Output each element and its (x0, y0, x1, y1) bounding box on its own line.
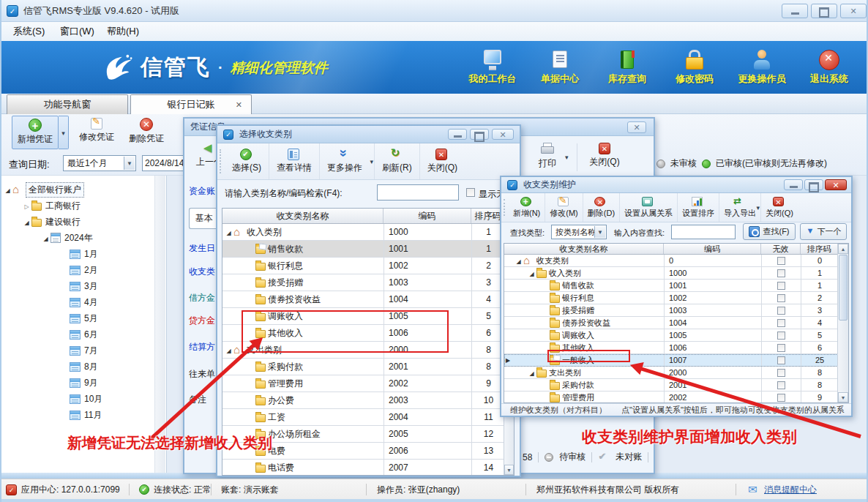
table-row[interactable]: 办公费 2003 10 (222, 392, 514, 409)
dialog-close-button[interactable] (492, 129, 514, 140)
tree-item[interactable]: 1月 (0, 246, 154, 262)
expander-icon[interactable] (3, 184, 12, 195)
banner-button[interactable]: 退出系统 (798, 48, 861, 86)
table-row[interactable]: 收入类别 1000 1 (504, 267, 848, 280)
column-sort[interactable]: 排序码 (801, 244, 838, 254)
table-row[interactable]: 销售收款 1001 1 (504, 280, 848, 292)
invalid-checkbox[interactable] (777, 257, 785, 265)
expander-icon[interactable] (224, 345, 233, 355)
tree-item[interactable]: 全部银行账户 (0, 181, 154, 198)
scroll-up-button[interactable]: ▲ (838, 244, 848, 254)
voucher-close-toolbar-button[interactable]: 关闭(Q) (583, 141, 626, 174)
dropdown-arrow-icon[interactable] (370, 158, 373, 165)
dropdown-arrow-icon[interactable] (757, 204, 760, 211)
table-row[interactable]: 接受捐赠 1003 3 (504, 304, 848, 317)
table-row[interactable]: 工资 2004 11 (222, 409, 514, 426)
toolbar-button[interactable]: 修改(M) (545, 193, 583, 222)
toolbar-button[interactable]: 删除(D) (583, 193, 619, 222)
expander-icon[interactable] (22, 201, 31, 211)
tree-item[interactable]: 8月 (0, 359, 154, 375)
dialog-maximize-button[interactable] (470, 129, 489, 140)
table-row[interactable]: 债券投资收益 1004 4 (222, 291, 514, 308)
invalid-checkbox[interactable] (777, 269, 785, 277)
tree-item[interactable]: 3月 (0, 278, 154, 294)
show-invalid-checkbox[interactable] (466, 188, 475, 197)
dialog-close-button[interactable] (825, 179, 847, 190)
table-row[interactable]: 调账收入 1005 5 (504, 329, 848, 342)
delete-voucher-button[interactable]: 删除凭证 (123, 116, 170, 149)
tree-item[interactable]: 2024年 (0, 230, 154, 246)
invalid-checkbox[interactable] (777, 319, 785, 327)
tree-item[interactable]: 10月 (0, 391, 154, 407)
scroll-down-button[interactable]: ▼ (504, 465, 514, 475)
tree-item[interactable]: 5月 (0, 310, 154, 326)
tree-item[interactable]: 4月 (0, 294, 154, 310)
tree-item[interactable]: 工商银行 (0, 198, 154, 214)
invalid-checkbox[interactable] (777, 294, 785, 302)
toolbar-button[interactable]: 设置从属关系 (619, 193, 677, 222)
toolbar-button[interactable]: 选择(S) (225, 143, 269, 179)
toolbar-button[interactable]: 更多操作 (319, 143, 374, 179)
maximize-button[interactable] (811, 4, 837, 18)
toolbar-button[interactable]: 导入导出 (719, 193, 760, 222)
minimize-button[interactable] (782, 4, 808, 18)
invalid-checkbox[interactable] (777, 394, 785, 402)
table-scrollbar[interactable]: ▲ ▼ (837, 244, 848, 402)
menu-item[interactable]: 窗口(W) (56, 22, 99, 41)
invalid-checkbox[interactable] (777, 344, 785, 352)
combo-arrow-icon[interactable] (124, 157, 135, 170)
invalid-checkbox[interactable] (777, 331, 785, 340)
date-range-select[interactable]: 最近1个月 (63, 155, 136, 171)
table-row[interactable]: 采购付款 2001 8 (222, 359, 514, 375)
toolbar-button[interactable]: 关闭(Q) (419, 143, 465, 179)
voucher-tab-basic[interactable]: 基本 (189, 208, 217, 229)
dialog-maximize-button[interactable] (804, 179, 823, 190)
table-row[interactable]: 接受捐赠 1003 3 (222, 274, 514, 291)
table-row[interactable]: 收支类别 0 0 (504, 255, 848, 267)
scroll-down-button[interactable]: ▼ (838, 392, 848, 402)
tree-item[interactable]: 9月 (0, 375, 154, 391)
tab-bank-journal[interactable]: 银行日记账 (130, 94, 252, 114)
close-button[interactable] (840, 4, 867, 18)
banner-button[interactable]: 单据中心 (528, 48, 591, 86)
tree-item[interactable]: 2月 (0, 262, 154, 278)
invalid-checkbox[interactable] (777, 282, 785, 290)
expander-icon[interactable] (22, 217, 31, 227)
column-code[interactable]: 编码 (384, 209, 471, 223)
print-button[interactable]: 打印 (531, 141, 564, 174)
invalid-checkbox[interactable] (777, 356, 785, 364)
print-dropdown-arrow[interactable]: ▾ (565, 154, 569, 161)
expander-icon[interactable] (514, 256, 523, 265)
column-name[interactable]: 收支类别名称 (222, 209, 384, 223)
invalid-checkbox[interactable] (777, 307, 785, 315)
find-type-select[interactable]: 按类别名称 (551, 225, 607, 239)
voucher-close-button[interactable] (627, 121, 646, 133)
add-voucher-button[interactable]: 新增凭证 (12, 116, 59, 149)
next-button[interactable]: 下一个 (800, 223, 847, 240)
scroll-thumb[interactable] (839, 255, 848, 321)
table-row[interactable]: 管理费用 2002 9 (222, 375, 514, 392)
table-row[interactable]: 电话费 2007 14 (222, 460, 514, 476)
expander-icon[interactable] (41, 233, 50, 243)
table-row[interactable]: 收入类别 1000 1 (222, 224, 514, 241)
toolbar-button[interactable]: 关闭(Q) (760, 193, 798, 222)
dialog-minimize-button[interactable] (448, 129, 467, 140)
add-voucher-dropdown[interactable]: ▾ (59, 116, 69, 149)
toolbar-button[interactable]: 设置排序 (677, 193, 719, 222)
toolbar-button[interactable]: 查看详情 (269, 143, 319, 179)
expander-icon[interactable] (527, 368, 536, 377)
banner-button[interactable]: 修改密码 (663, 48, 726, 86)
message-center-link[interactable]: 消息提醒中心 (764, 484, 817, 496)
tab-function-nav[interactable]: 功能导航窗 (7, 94, 128, 114)
invalid-checkbox[interactable] (777, 381, 785, 389)
find-input[interactable] (671, 225, 736, 239)
toolbar-button[interactable]: 刷新(R) (374, 143, 419, 179)
menu-item[interactable]: 帮助(H) (102, 22, 143, 41)
menu-item[interactable]: 系统(S) (9, 22, 49, 41)
tab-close-icon[interactable] (236, 95, 242, 114)
column-invalid[interactable]: 无效 (761, 244, 801, 254)
toolbar-button[interactable]: 新增(N) (509, 193, 545, 222)
banner-button[interactable]: 更换操作员 (730, 48, 793, 86)
table-row[interactable]: 银行利息 1002 2 (222, 258, 514, 274)
category-search-input[interactable] (377, 184, 459, 201)
